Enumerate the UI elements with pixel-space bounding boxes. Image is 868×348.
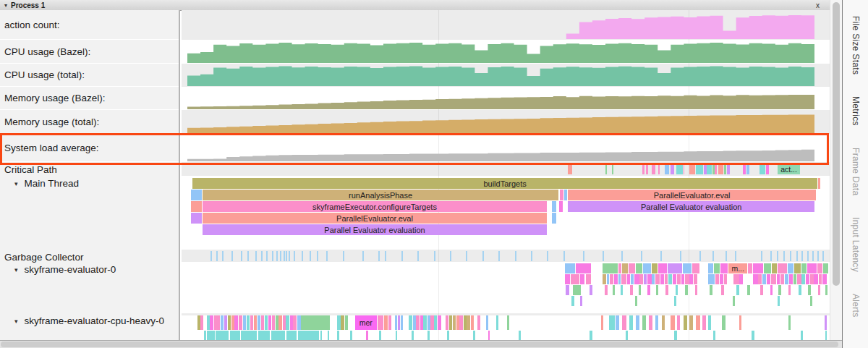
gc-event-tick[interactable] [547, 251, 548, 261]
trace-span[interactable] [658, 263, 668, 273]
trace-span[interactable] [766, 164, 769, 174]
tab-input-latency[interactable]: Input Latency [851, 217, 861, 272]
gc-event-tick[interactable] [317, 251, 318, 261]
tab-file-size-stats[interactable]: File Size Stats [851, 16, 861, 75]
trace-span[interactable] [823, 263, 828, 273]
trace-span[interactable] [818, 178, 820, 189]
gc-event-tick[interactable] [735, 251, 736, 261]
trace-span[interactable] [427, 315, 430, 330]
gc-event-tick[interactable] [699, 251, 701, 261]
trace-span[interactable] [801, 274, 804, 284]
trace-span[interactable] [715, 274, 718, 284]
trace-span[interactable] [621, 274, 626, 284]
critical-path-track[interactable]: act... [182, 164, 830, 174]
trace-span[interactable] [278, 315, 281, 330]
trace-span[interactable] [722, 315, 725, 330]
trace-span[interactable] [605, 164, 607, 174]
trace-span[interactable] [552, 201, 556, 212]
trace-span[interactable] [673, 274, 676, 284]
trace-span[interactable] [603, 263, 618, 273]
trace-span[interactable] [430, 315, 433, 330]
trace-span[interactable] [788, 315, 791, 330]
trace-span[interactable] [586, 274, 591, 284]
trace-span[interactable] [720, 274, 723, 284]
trace-span[interactable] [204, 331, 206, 340]
trace-span[interactable] [746, 164, 749, 174]
gc-event-tick[interactable] [210, 251, 212, 261]
trace-span[interactable] [241, 331, 257, 340]
trace-span[interactable] [652, 164, 655, 174]
trace-span[interactable] [580, 296, 582, 306]
trace-span[interactable] [799, 285, 801, 295]
trace-span[interactable] [720, 263, 728, 273]
gc-event-tick[interactable] [272, 251, 273, 261]
trace-span-mer[interactable]: mer [355, 315, 377, 330]
trace-span[interactable] [764, 263, 772, 273]
trace-span[interactable] [612, 164, 613, 174]
gc-event-tick[interactable] [401, 251, 403, 261]
chart-cpu-usage-bazel[interactable] [187, 41, 814, 63]
trace-span[interactable] [652, 274, 655, 284]
trace-span[interactable] [378, 315, 383, 330]
trace-span[interactable] [379, 331, 381, 340]
trace-span[interactable] [298, 331, 319, 340]
gc-event-tick[interactable] [284, 251, 285, 261]
trace-span[interactable] [748, 263, 752, 273]
trace-span[interactable] [488, 331, 490, 340]
trace-span[interactable] [710, 285, 712, 295]
trace-span[interactable] [614, 274, 618, 284]
trace-span[interactable] [446, 315, 448, 330]
trace-span[interactable] [629, 263, 635, 273]
trace-span[interactable] [647, 285, 650, 295]
trace-span[interactable] [559, 201, 562, 212]
trace-span[interactable] [822, 274, 826, 284]
trace-span[interactable] [416, 315, 419, 330]
trace-span[interactable] [566, 285, 569, 295]
trace-span[interactable] [258, 315, 260, 330]
trace-span[interactable] [656, 285, 659, 295]
trace-span-m-[interactable]: m... [728, 263, 747, 273]
trace-span[interactable] [733, 274, 739, 284]
trace-span[interactable] [674, 296, 676, 306]
timeline-area[interactable]: act... buildTargets runAnalysisPhasePara… [182, 10, 830, 340]
sidebar-row-main-thread[interactable]: ▾ Main Thread [0, 176, 179, 250]
evaluator-0-depth-1[interactable] [182, 274, 830, 284]
gc-event-tick[interactable] [378, 251, 380, 261]
trace-span[interactable] [753, 274, 757, 284]
evaluator-0-depth-3[interactable] [182, 296, 830, 306]
main-thread-depth-1[interactable]: runAnalysisPhaseParallelEvaluator.eval [182, 190, 830, 200]
gc-event-tick[interactable] [289, 251, 290, 261]
gc-event-tick[interactable] [241, 251, 242, 261]
trace-span[interactable] [477, 315, 480, 330]
trace-span[interactable] [191, 190, 202, 200]
trace-span[interactable] [467, 315, 469, 330]
trace-span[interactable] [801, 263, 807, 273]
gc-event-tick[interactable] [310, 251, 311, 261]
trace-span[interactable] [564, 190, 567, 200]
gc-event-tick[interactable] [603, 251, 604, 261]
gc-event-tick[interactable] [563, 251, 565, 261]
trace-span[interactable] [665, 164, 668, 174]
trace-span[interactable] [613, 285, 616, 295]
gc-event-tick[interactable] [434, 251, 435, 261]
trace-span[interactable] [714, 263, 720, 273]
trace-span[interactable] [350, 331, 352, 340]
trace-span[interactable] [668, 274, 672, 284]
main-thread-depth-0[interactable]: buildTargets [182, 178, 830, 189]
trace-span[interactable] [427, 331, 430, 340]
trace-span[interactable] [689, 274, 692, 284]
trace-span[interactable] [254, 315, 257, 330]
gc-event-tick[interactable] [783, 251, 785, 261]
gc-event-tick[interactable] [286, 251, 287, 261]
trace-span[interactable] [658, 164, 660, 174]
trace-span[interactable] [777, 274, 780, 284]
gc-event-tick[interactable] [216, 251, 218, 261]
trace-span[interactable] [283, 315, 286, 330]
trace-span[interactable] [616, 315, 618, 330]
trace-span[interactable] [519, 331, 521, 340]
trace-span[interactable] [191, 201, 202, 212]
trace-span[interactable] [739, 315, 742, 330]
trace-span[interactable] [337, 331, 339, 340]
trace-span[interactable] [712, 164, 715, 174]
trace-span[interactable] [247, 315, 250, 330]
